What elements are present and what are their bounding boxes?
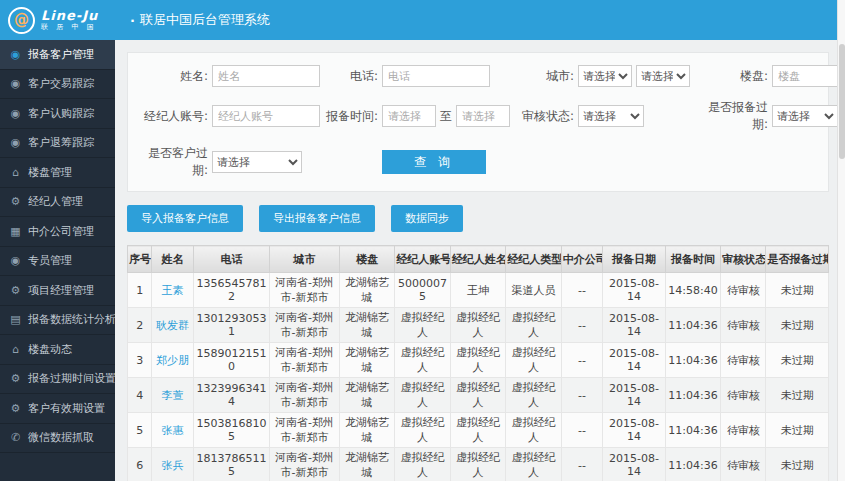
table-cell: 15038168105 [193,413,269,448]
table-cell: 11:04:36 [665,378,721,413]
sidebar-item[interactable]: ⚙ 项目经理管理 [0,276,115,306]
agent-icon: ⚙ [9,195,22,208]
customer-validity-settings-icon: ⚙ [9,402,22,415]
export-report-customers-button[interactable]: 导出报备客户信息 [259,205,375,232]
report-time-from-input[interactable] [382,105,436,127]
table-cell: -- [561,308,603,343]
customer-expired-select[interactable]: 请选择 [212,151,302,173]
table-cell: 河南省-郑州市-新郑市 [270,273,339,308]
table-cell: 河南省-郑州市-新郑市 [270,343,339,378]
scrollbar-thumb[interactable] [839,44,845,159]
sidebar-item-label: 专员管理 [28,253,72,268]
report-time-to-input[interactable] [456,105,510,127]
table-cell: 龙湖锦艺城 [339,448,395,481]
table-cell: 虚拟经纪人 [450,308,506,343]
sidebar-item-label: 楼盘动态 [28,342,72,357]
table-cell: 13012930531 [193,308,269,343]
sidebar-item[interactable]: ✆ 微信数据抓取 [0,424,115,454]
agent-account-label: 经纪人账号: [134,108,212,125]
sidebar-item-label: 客户有效期设置 [28,401,105,416]
table-cell: 龙湖锦艺城 [339,343,395,378]
table-row: 5张惠15038168105河南省-郑州市-新郑市龙湖锦艺城虚拟经纪人虚拟经纪人… [128,413,829,448]
sidebar-item[interactable]: ⌂ 楼盘动态 [0,335,115,365]
province-select[interactable]: 请选择 [578,65,632,87]
customer-name-link[interactable]: 王素 [152,273,194,308]
sidebar-item[interactable]: ◉ 报备客户管理 [0,40,115,70]
report-time-label: 报备时间: [324,108,382,125]
toolbar: 导入报备客户信息 导出报备客户信息 数据同步 [127,205,829,232]
sidebar-item[interactable]: ▤ 报备数据统计分析 [0,306,115,336]
table-cell: 11:04:36 [665,343,721,378]
column-header: 报备时间 [665,246,721,273]
table-cell: 未过期 [766,308,829,343]
table-row: 4李萱13239963414河南省-郑州市-新郑市龙湖锦艺城虚拟经纪人虚拟经纪人… [128,378,829,413]
vertical-scrollbar[interactable] [837,0,845,481]
table-cell: 龙湖锦艺城 [339,308,395,343]
agency-icon: ▦ [9,225,22,238]
customer-refund-icon: ◉ [9,136,22,149]
sidebar-item[interactable]: ⚙ 经纪人管理 [0,188,115,218]
table-cell: 虚拟经纪人 [395,448,451,481]
sidebar-item-label: 经纪人管理 [28,194,83,209]
sidebar-item[interactable]: ⚙ 报备过期时间设置 [0,365,115,395]
table-cell: 虚拟经纪人 [506,308,562,343]
column-header: 城市 [270,246,339,273]
sidebar-item[interactable]: ⚙ 客户有效期设置 [0,394,115,424]
table-cell: 未过期 [766,448,829,481]
customer-name-link[interactable]: 郑少朋 [152,343,194,378]
sidebar-item-label: 客户交易跟踪 [28,76,94,91]
phone-label: 电话: [324,68,382,85]
name-input[interactable] [212,65,320,87]
table-cell: 河南省-郑州市-新郑市 [270,308,339,343]
agent-account-input[interactable] [212,105,320,127]
table-cell: 2015-08-14 [603,343,665,378]
data-sync-button[interactable]: 数据同步 [391,205,463,232]
city-select[interactable]: 请选择 [636,65,690,87]
sidebar-item[interactable]: ◉ 客户交易跟踪 [0,70,115,100]
sidebar-item[interactable]: ◉ 客户退筹跟踪 [0,129,115,159]
sidebar-item-label: 项目经理管理 [28,283,94,298]
table-body: 1王素13565457812河南省-郑州市-新郑市龙湖锦艺城50000075王坤… [128,273,829,481]
customer-name-link[interactable]: 张惠 [152,413,194,448]
audit-status-select[interactable]: 请选择 [578,105,644,127]
name-label: 姓名: [134,68,212,85]
property-input[interactable] [772,65,837,87]
table-cell: -- [561,343,603,378]
specialist-icon: ◉ [9,254,22,267]
sidebar-item[interactable]: ⌂ 楼盘管理 [0,158,115,188]
customer-name-link[interactable]: 耿发群 [152,308,194,343]
table-cell: 6 [128,448,152,481]
query-button[interactable]: 查 询 [382,150,486,174]
column-header: 电话 [193,246,269,273]
table-cell: 3 [128,343,152,378]
sidebar-item[interactable]: ▦ 中介公司管理 [0,217,115,247]
table-cell: 2015-08-14 [603,273,665,308]
sidebar-item[interactable]: ◉ 客户认购跟踪 [0,99,115,129]
table-cell: 待审核 [721,343,766,378]
phone-input[interactable] [382,65,490,87]
app-header: @ Line-Ju 联 居 中 国 · 联居中国后台管理系统 [0,0,845,40]
audit-status-label: 审核状态: [520,108,578,125]
customer-name-link[interactable]: 李萱 [152,378,194,413]
report-expired-select[interactable]: 请选择 [772,105,837,127]
sidebar-item-label: 报备客户管理 [28,47,94,62]
table-cell: 虚拟经纪人 [395,413,451,448]
sidebar-item[interactable]: ◉ 专员管理 [0,247,115,277]
import-report-customers-button[interactable]: 导入报备客户信息 [127,205,243,232]
table-cell: -- [561,273,603,308]
column-header: 是否报备过期 [766,246,829,273]
table-cell: 虚拟经纪人 [450,378,506,413]
table-cell: -- [561,413,603,448]
table-cell: 2 [128,308,152,343]
table-cell: 待审核 [721,413,766,448]
table-cell: 13239963414 [193,378,269,413]
sidebar: ◉ 报备客户管理 ◉ 客户交易跟踪 ◉ 客户认购跟踪 ◉ 客户退筹跟踪 ⌂ 楼盘… [0,40,115,481]
table-cell: 河南省-郑州市-新郑市 [270,448,339,481]
table-cell: 渠道人员 [506,273,562,308]
table-cell: 4 [128,378,152,413]
table-cell: -- [561,378,603,413]
customer-name-link[interactable]: 张兵 [152,448,194,481]
column-header: 中介公司 [561,246,603,273]
table-cell: 15890121510 [193,343,269,378]
property-label: 楼盘: [692,68,772,85]
